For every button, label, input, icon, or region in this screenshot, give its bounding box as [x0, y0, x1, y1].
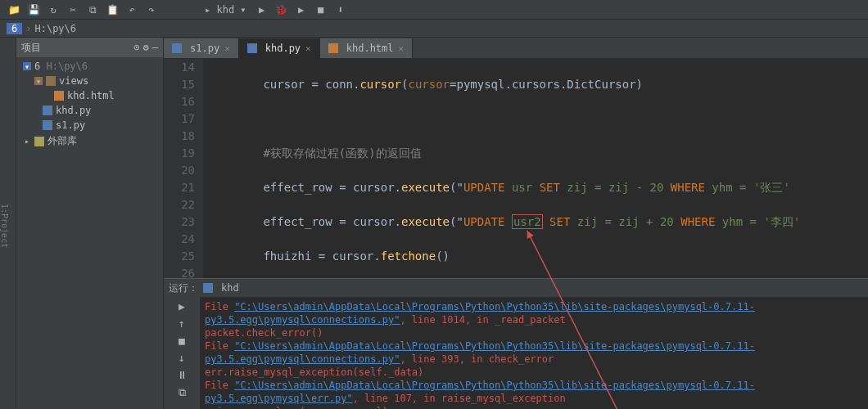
code-text: cursor [359, 78, 401, 91]
pause-icon[interactable]: ⏸ [174, 369, 189, 381]
close-icon[interactable]: × [305, 43, 311, 54]
console-text: packet.check_error() [205, 326, 863, 339]
console-text: , line 393, in check_error [400, 353, 554, 365]
code-text: (" [450, 181, 463, 194]
undo-icon[interactable]: ↶ [124, 2, 139, 17]
tab-label: s1.py [190, 43, 219, 54]
console-text: raise errorclass(errno, errval) [205, 405, 863, 409]
breadcrumb-path[interactable]: H:\py\6 [34, 23, 76, 34]
run-icon[interactable]: ▶ [255, 2, 269, 17]
tree-file-s1-py[interactable]: s1.py [16, 118, 163, 133]
code-text: effect_row = cursor. [208, 215, 401, 228]
tree-root[interactable]: ▾ 6 H:\py\6 [16, 59, 163, 74]
tree-item-label: khd.html [67, 90, 115, 101]
tree-external-libs[interactable]: ▸ 外部库 [16, 133, 163, 150]
debug-icon[interactable]: 🐞 [274, 2, 289, 17]
error-token-usr2: usr2 [512, 214, 543, 229]
code-text [504, 215, 511, 228]
run-title-label: 运行： [169, 281, 198, 295]
toggle-icon[interactable]: ⧉ [174, 386, 189, 399]
copy-icon[interactable]: ⧉ [85, 2, 100, 17]
stop-icon[interactable]: ■ [314, 2, 328, 17]
left-tool-strip: 1:Project Structure [0, 38, 16, 409]
code-text: () [436, 249, 450, 263]
console-text: File [205, 380, 234, 391]
run-panel: 运行： khd ▶ ↑ ■ ↓ ⏸ ⧉ ⇥ 🖶 🗑 [164, 278, 868, 409]
run-coverage-icon[interactable]: ▶ [294, 2, 309, 17]
collapse-icon[interactable]: ⊙ [133, 42, 139, 53]
run-config-label[interactable]: ▸ khd ▾ [201, 2, 250, 17]
stop-run-icon[interactable]: ■ [174, 335, 189, 347]
main-layout: 1:Project Structure 项目 ⊙ ⚙ — ▾ 6 H:\py\6 [0, 38, 868, 409]
rerun-icon[interactable]: ▶ [174, 300, 189, 312]
code-text: WHERE [671, 181, 705, 194]
console-text: , line 107, in raise_mysql_exception [353, 393, 566, 404]
code-editor[interactable]: 1415161718192021222324252627 cursor = co… [164, 59, 868, 278]
tab-label: khd.py [265, 43, 301, 54]
main-toolbar: 📁 💾 ↻ ✂ ⧉ 📋 ↶ ↷ ▸ khd ▾ ▶ 🐞 ▶ ■ ⬇ [0, 0, 868, 20]
tree-item-label: 外部库 [47, 134, 77, 148]
tree-root-label: 6 [34, 61, 40, 72]
step-down-icon[interactable]: ↓ [174, 352, 189, 364]
tree-item-label: s1.py [56, 119, 85, 131]
redo-icon[interactable]: ↷ [144, 2, 159, 17]
tab-khd-py[interactable]: khd.py× [239, 38, 320, 58]
tree-item-label: views [59, 75, 88, 87]
tree-root-hint: H:\py\6 [46, 61, 88, 72]
line-gutter: 1415161718192021222324252627 [164, 59, 203, 278]
run-script-name: khd [221, 282, 239, 294]
chevron-right-icon: › [25, 23, 31, 34]
code-text: fhuizhi = cursor. [208, 249, 381, 263]
code-text: '李四' [763, 215, 800, 228]
code-text: execute [401, 181, 450, 194]
cut-icon[interactable]: ✂ [66, 2, 80, 17]
console-output[interactable]: File "C:\Users\admin\AppData\Local\Progr… [200, 297, 868, 409]
console-text: err.raise_mysql_exception(self._data) [205, 366, 863, 379]
project-sidebar: 项目 ⊙ ⚙ — ▾ 6 H:\py\6 ▾ views [16, 38, 164, 409]
tab-s1[interactable]: s1.py× [164, 38, 239, 58]
tree-file-khd-html[interactable]: khd.html [16, 88, 163, 103]
tab-khd-html[interactable]: khd.html× [320, 38, 413, 58]
code-text [543, 215, 549, 228]
close-icon[interactable]: × [224, 43, 230, 54]
breadcrumb: 6 › H:\py\6 [0, 20, 868, 38]
code-text: zij = zij + 20 [570, 215, 680, 228]
sidebar-header: 项目 ⊙ ⚙ — [16, 38, 163, 57]
code-text: usr [504, 181, 539, 194]
tree-item-label: khd.py [56, 105, 91, 116]
project-tool-label[interactable]: 1:Project [0, 204, 9, 248]
editor-tabs: s1.py× khd.py× khd.html× [164, 38, 868, 59]
run-toolbar: ▶ ↑ ■ ↓ ⏸ ⧉ ⇥ 🖶 🗑 [164, 297, 200, 409]
open-icon[interactable]: 📁 [7, 2, 21, 17]
code-text: execute [401, 215, 450, 228]
code-text: '张三' [753, 181, 790, 194]
code-text: fetchone [381, 249, 436, 263]
sidebar-title: 项目 [21, 41, 41, 55]
code-text: effect_row = cursor. [208, 181, 401, 194]
code-text: cursor = conn. [208, 78, 359, 91]
console-text: File [205, 340, 234, 352]
hide-icon[interactable]: — [152, 42, 158, 53]
tree-folder-views[interactable]: ▾ views [16, 74, 163, 88]
paste-icon[interactable]: 📋 [105, 2, 120, 17]
breadcrumb-root[interactable]: 6 [7, 23, 22, 34]
refresh-icon[interactable]: ↻ [46, 2, 61, 17]
tree-file-khd-py[interactable]: khd.py [16, 103, 163, 118]
console-text: , line 1014, in _read_packet [400, 314, 565, 326]
vcs-icon[interactable]: ⬇ [333, 2, 348, 17]
code-text: (" [450, 215, 463, 228]
code-text: cursor [408, 78, 450, 91]
gear-icon[interactable]: ⚙ [143, 42, 149, 53]
editor-area: s1.py× khd.py× khd.html× 141516171819202… [164, 38, 868, 409]
save-icon[interactable]: 💾 [26, 2, 41, 17]
code-content[interactable]: cursor = conn.cursor(cursor=pymysql.curs… [203, 59, 868, 278]
code-text: UPDATE [463, 181, 505, 194]
export-icon[interactable]: ⇥ [174, 404, 189, 409]
run-header: 运行： khd [164, 279, 868, 297]
code-text: zij = zij - 20 [560, 181, 671, 194]
step-icon[interactable]: ↑ [174, 317, 189, 330]
code-text: yhm = [715, 215, 763, 228]
code-text: SET [540, 181, 560, 194]
close-icon[interactable]: × [399, 43, 405, 54]
code-text: SET [549, 215, 570, 228]
